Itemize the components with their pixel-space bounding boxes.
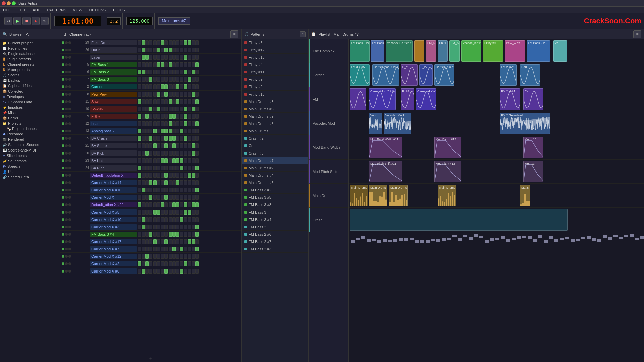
beat-pad[interactable] bbox=[176, 48, 179, 52]
beat-pad[interactable] bbox=[184, 92, 187, 97]
beat-pad[interactable] bbox=[164, 269, 168, 274]
beat-pad[interactable] bbox=[153, 40, 157, 45]
menu-edit[interactable]: EDIT bbox=[16, 7, 27, 13]
beat-pad[interactable] bbox=[157, 195, 160, 200]
playlist-block[interactable]: FM_5 bbox=[449, 40, 460, 62]
channel-solo-dot[interactable] bbox=[68, 49, 71, 51]
channel-row[interactable]: Carrier Mod X #17 bbox=[60, 238, 241, 245]
beat-pad[interactable] bbox=[188, 77, 191, 82]
bpm-display[interactable]: 125.000 bbox=[126, 17, 152, 25]
beat-pad[interactable] bbox=[192, 121, 195, 126]
beat-pad[interactable] bbox=[195, 210, 199, 215]
beat-pad[interactable] bbox=[145, 121, 149, 126]
beat-pad[interactable] bbox=[164, 188, 168, 192]
beat-pad[interactable] bbox=[142, 136, 145, 141]
beat-pad[interactable] bbox=[142, 121, 145, 126]
beat-pad[interactable] bbox=[161, 254, 164, 259]
beat-pad[interactable] bbox=[192, 143, 195, 148]
channel-row[interactable]: FM Bass 3 #4 bbox=[60, 231, 241, 238]
playlist-block[interactable]: Carrier Mod X #11 bbox=[372, 64, 399, 86]
beat-pad[interactable] bbox=[184, 143, 187, 148]
channel-name[interactable]: FM Bass 3 #4 bbox=[90, 232, 137, 237]
note-block[interactable] bbox=[393, 239, 397, 242]
beat-pad[interactable] bbox=[172, 232, 176, 237]
channel-active-dot[interactable] bbox=[62, 152, 64, 155]
beat-pad[interactable] bbox=[169, 99, 172, 104]
beat-pad[interactable] bbox=[164, 40, 168, 45]
beat-pad[interactable] bbox=[184, 188, 187, 192]
beat-pad[interactable] bbox=[169, 180, 172, 185]
note-block[interactable] bbox=[528, 236, 532, 239]
channel-active-dot[interactable] bbox=[62, 233, 64, 236]
channel-name[interactable]: Lead bbox=[90, 121, 137, 126]
channel-mute-dot[interactable] bbox=[65, 211, 68, 214]
note-block[interactable] bbox=[544, 240, 548, 243]
note-block[interactable] bbox=[619, 237, 623, 239]
beat-pad[interactable] bbox=[145, 107, 149, 111]
pattern-item[interactable]: Main Drums #5 bbox=[241, 105, 308, 113]
beat-pad[interactable] bbox=[176, 143, 179, 148]
sidebar-item-rendered[interactable]: 🎬Rendered bbox=[0, 137, 60, 142]
note-block[interactable] bbox=[554, 239, 558, 242]
beat-pad[interactable] bbox=[161, 202, 164, 207]
beat-pad[interactable] bbox=[180, 261, 183, 266]
channel-mute-dot[interactable] bbox=[65, 137, 68, 140]
channel-rack-menu[interactable]: ≡ bbox=[230, 30, 238, 38]
beat-pad[interactable] bbox=[176, 151, 179, 156]
beat-pad[interactable] bbox=[180, 195, 183, 200]
note-block[interactable] bbox=[630, 234, 634, 237]
beat-pad[interactable] bbox=[149, 84, 152, 89]
channel-name[interactable]: Saw #2 bbox=[90, 106, 137, 112]
channel-mute-dot[interactable] bbox=[65, 100, 68, 103]
beat-pad[interactable] bbox=[184, 254, 187, 259]
channel-row[interactable]: 6 FM Bass 2 bbox=[60, 68, 241, 76]
playlist-block[interactable]: Main Drums #3 bbox=[389, 185, 408, 206]
beat-pad[interactable] bbox=[142, 210, 145, 215]
beat-pad[interactable] bbox=[195, 151, 199, 156]
beat-pad[interactable] bbox=[169, 107, 172, 111]
channel-mute-dot[interactable] bbox=[65, 270, 68, 273]
beat-pad[interactable] bbox=[161, 166, 164, 170]
sidebar-item-current-project[interactable]: 📁Current project bbox=[0, 40, 60, 46]
playlist-track-row[interactable]: Vo..dVocodex ModFM 2 Reverb #4 bbox=[349, 111, 644, 135]
beat-pad[interactable] bbox=[180, 180, 183, 185]
playlist-block[interactable]: Main Drums bbox=[350, 185, 368, 206]
playlist-track-row[interactable]: Carrier Mod Y #11F_#7Carrier_d Y #12FM 2… bbox=[349, 87, 644, 111]
beat-pad[interactable] bbox=[169, 195, 172, 200]
channel-solo-dot[interactable] bbox=[68, 255, 71, 258]
note-block[interactable] bbox=[490, 238, 494, 241]
beat-pad[interactable] bbox=[188, 70, 191, 74]
beat-pad[interactable] bbox=[192, 261, 195, 266]
beat-pad[interactable] bbox=[188, 92, 191, 97]
beat-pad[interactable] bbox=[188, 210, 191, 215]
channel-row[interactable]: 10 Saw #2 bbox=[60, 105, 241, 113]
channel-solo-dot[interactable] bbox=[68, 159, 71, 162]
beat-pad[interactable] bbox=[142, 55, 145, 60]
pattern-item[interactable]: Filthy #11 bbox=[241, 68, 308, 76]
playlist-block[interactable] bbox=[350, 209, 568, 231]
beat-pad[interactable] bbox=[149, 269, 152, 274]
beat-pad[interactable] bbox=[149, 77, 152, 82]
beat-pad[interactable] bbox=[172, 70, 176, 74]
beat-pad[interactable] bbox=[145, 48, 149, 52]
beat-pad[interactable] bbox=[145, 195, 149, 200]
beat-pad[interactable] bbox=[172, 180, 176, 185]
sidebar-item-scores[interactable]: 🎵Scores bbox=[0, 72, 60, 78]
beat-pad[interactable] bbox=[195, 195, 199, 200]
beat-pad[interactable] bbox=[157, 202, 160, 207]
channel-name[interactable]: Pew Pew bbox=[90, 92, 137, 97]
playlist-track-label[interactable]: Crash bbox=[309, 208, 348, 232]
beat-pad[interactable] bbox=[180, 62, 183, 67]
channel-mute-dot[interactable] bbox=[65, 218, 68, 221]
beat-pad[interactable] bbox=[180, 92, 183, 97]
channel-row[interactable]: 20 BA Kick bbox=[60, 149, 241, 157]
channel-row[interactable]: 9 Filthy bbox=[60, 113, 241, 120]
beat-pad[interactable] bbox=[157, 158, 160, 163]
beat-pad[interactable] bbox=[138, 114, 141, 119]
beat-pad[interactable] bbox=[172, 99, 176, 104]
channel-name[interactable]: Carrier Mod X #7 bbox=[90, 246, 137, 252]
channel-row[interactable]: Carrier Mod X #2 bbox=[60, 260, 241, 267]
beat-pad[interactable] bbox=[157, 210, 160, 215]
beat-pad[interactable] bbox=[142, 40, 145, 45]
playlist-block[interactable]: FM 3 X #5 bbox=[350, 64, 370, 86]
